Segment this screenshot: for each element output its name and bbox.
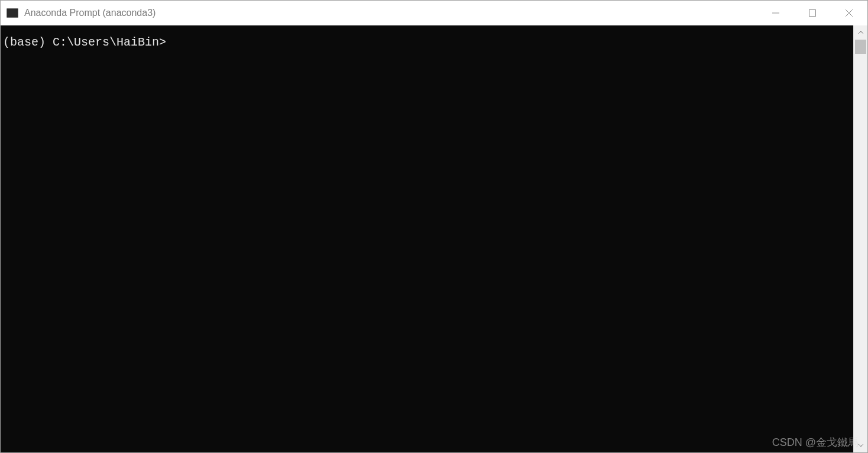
app-icon [7,8,18,18]
svg-rect-1 [809,10,816,17]
maximize-button[interactable] [794,1,831,25]
terminal-prompt: (base) C:\Users\HaiBin> [3,35,166,49]
scroll-track[interactable] [854,40,867,438]
titlebar[interactable]: Anaconda Prompt (anaconda3) [1,1,867,25]
client-area: (base) C:\Users\HaiBin> [1,25,867,452]
minimize-icon [772,9,780,17]
chevron-down-icon [858,444,864,447]
scroll-up-arrow[interactable] [854,25,867,40]
minimize-button[interactable] [757,1,794,25]
app-window: Anaconda Prompt (anaconda3) (base) C:\Us… [0,0,868,453]
scroll-down-arrow[interactable] [854,438,867,452]
chevron-up-icon [858,31,864,34]
maximize-icon [808,9,817,17]
scroll-thumb[interactable] [855,40,866,54]
close-icon [845,9,853,17]
terminal[interactable]: (base) C:\Users\HaiBin> [1,25,853,452]
window-title: Anaconda Prompt (anaconda3) [24,8,757,18]
window-controls [757,1,867,25]
vertical-scrollbar[interactable] [853,25,867,452]
close-button[interactable] [831,1,867,25]
